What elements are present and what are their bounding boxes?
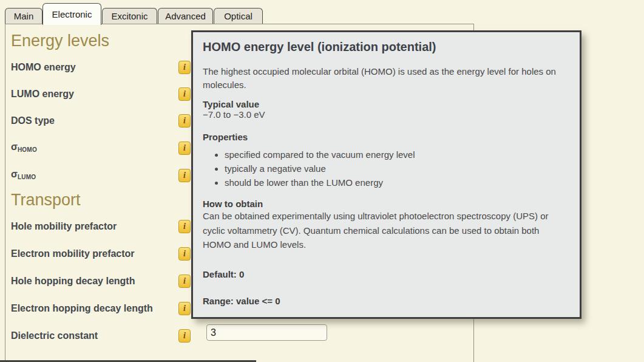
tab-main-label: Main <box>14 11 34 21</box>
tooltip-default-value: Default: 0 <box>203 269 570 279</box>
tab-optical[interactable]: Optical <box>214 8 263 24</box>
tooltip-property-item: typically a negative value <box>225 162 570 176</box>
tooltip-popup: HOMO energy level (ionization potential)… <box>191 30 581 319</box>
tooltip-typical-value-heading: Typical value <box>203 99 570 109</box>
tab-excitonic-label: Excitonic <box>111 11 147 21</box>
tooltip-property-item: specified compared to the vacuum energy … <box>225 148 570 162</box>
tab-electronic[interactable]: Electronic <box>42 3 101 25</box>
tooltip-how-to-obtain-heading: How to obtain <box>203 199 570 209</box>
tab-electronic-label: Electronic <box>52 9 92 19</box>
tooltip-title: HOMO energy level (ionization potential) <box>203 39 570 54</box>
tooltip-properties-heading: Properties <box>203 132 570 142</box>
tab-optical-label: Optical <box>224 11 253 21</box>
tab-excitonic[interactable]: Excitonic <box>102 8 157 24</box>
tooltip-range: Range: value <= 0 <box>203 296 570 306</box>
tab-main[interactable]: Main <box>5 8 42 24</box>
tooltip-property-item: should be lower than the LUMO energy <box>225 176 570 190</box>
tooltip-intro: The highest occupied molecular orbital (… <box>203 65 570 92</box>
tab-advanced[interactable]: Advanced <box>158 8 213 24</box>
tooltip-properties-list: specified compared to the vacuum energy … <box>203 148 570 190</box>
tooltip-typical-value: −7.0 to −3.0 eV <box>203 109 570 120</box>
tooltip-how-to-obtain-text: Can be obtained experimentally using ult… <box>203 209 570 252</box>
tab-advanced-label: Advanced <box>165 11 206 21</box>
